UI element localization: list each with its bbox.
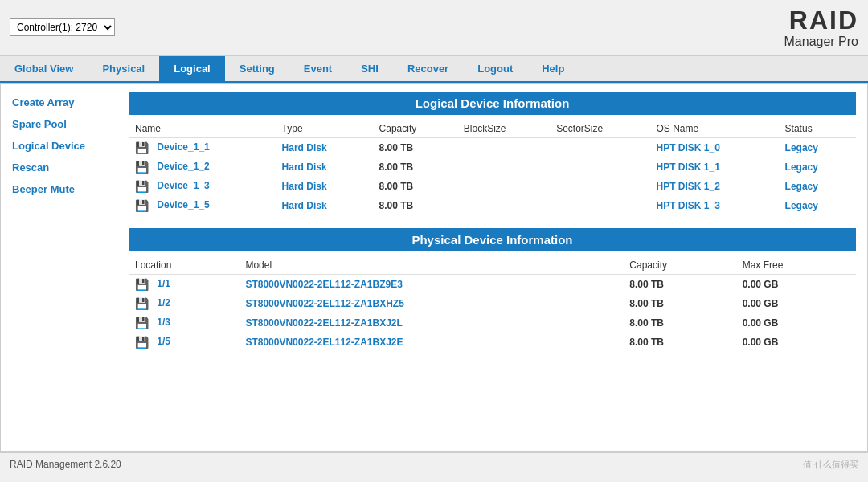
physical-table-header-row: Location Model Capacity Max Free <box>129 256 856 275</box>
disk-icon: 💾 <box>135 317 151 329</box>
logo-subtitle: Manager Pro <box>784 35 859 49</box>
col-status: Status <box>779 120 856 138</box>
cell-osname: HPT DISK 1_2 <box>649 177 778 196</box>
physical-section-header: Physical Device Information <box>129 228 856 251</box>
location-val: 1/1 <box>157 278 170 289</box>
col-sectorsize: SectorSize <box>550 120 649 138</box>
col-capacity: Capacity <box>373 120 457 138</box>
cell-model: ST8000VN0022-2EL112-ZA1BXJ2E <box>239 333 623 352</box>
cell-type: Hard Disk <box>276 196 373 215</box>
cell-blocksize <box>457 196 550 215</box>
col-capacity-phys: Capacity <box>623 256 735 275</box>
cell-capacity: 8.00 TB <box>623 274 735 294</box>
content-area: Logical Device Information Name Type Cap… <box>117 84 867 451</box>
cell-capacity: 8.00 TB <box>623 333 735 352</box>
sidebar-item-logical-device[interactable]: Logical Device <box>1 135 117 157</box>
device-name: Device_1_2 <box>157 161 209 172</box>
col-osname: OS Name <box>649 120 778 138</box>
disk-icon: 💾 <box>135 278 151 291</box>
cell-capacity: 8.00 TB <box>373 157 457 177</box>
cell-type: Hard Disk <box>276 157 373 177</box>
col-type: Type <box>276 120 373 138</box>
raid-logo: RAID Manager Pro <box>784 6 859 49</box>
col-blocksize: BlockSize <box>457 120 550 138</box>
cell-blocksize <box>457 137 550 157</box>
cell-capacity: 8.00 TB <box>373 137 457 157</box>
cell-status: Legacy <box>779 196 856 215</box>
cell-sectorsize <box>550 196 649 215</box>
cell-capacity: 8.00 TB <box>373 177 457 196</box>
sidebar-item-create-array[interactable]: Create Array <box>1 92 117 113</box>
nav-item-logout[interactable]: Logout <box>463 56 527 81</box>
cell-capacity: 8.00 TB <box>623 294 735 313</box>
table-row[interactable]: 💾 Device_1_3 Hard Disk 8.00 TB HPT DISK … <box>129 177 856 196</box>
cell-name: 💾 Device_1_2 <box>129 157 276 177</box>
device-name: Device_1_1 <box>157 141 209 153</box>
table-row[interactable]: 💾 1/2 ST8000VN0022-2EL112-ZA1BXHZ5 8.00 … <box>129 294 856 313</box>
sidebar-item-spare-pool[interactable]: Spare Pool <box>1 113 117 135</box>
cell-location: 💾 1/3 <box>129 313 239 333</box>
cell-maxfree: 0.00 GB <box>736 333 856 352</box>
cell-osname: HPT DISK 1_3 <box>649 196 778 215</box>
disk-icon: 💾 <box>135 141 151 154</box>
controller-select-wrap: Controller(1): 2720 <box>10 18 115 36</box>
cell-capacity: 8.00 TB <box>373 196 457 215</box>
nav-item-global-view[interactable]: Global View <box>0 56 88 81</box>
nav-item-physical[interactable]: Physical <box>88 56 159 81</box>
logical-section-header: Logical Device Information <box>129 92 856 115</box>
sidebar-item-beeper-mute[interactable]: Beeper Mute <box>1 178 117 200</box>
cell-model: ST8000VN0022-2EL112-ZA1BXJ2L <box>239 313 623 333</box>
cell-type: Hard Disk <box>276 137 373 157</box>
nav-item-event[interactable]: Event <box>289 56 346 81</box>
table-row[interactable]: 💾 Device_1_2 Hard Disk 8.00 TB HPT DISK … <box>129 157 856 177</box>
top-bar: Controller(1): 2720 RAID Manager Pro <box>0 0 868 55</box>
cell-status: Legacy <box>779 157 856 177</box>
table-row[interactable]: 💾 1/1 ST8000VN0022-2EL112-ZA1BZ9E3 8.00 … <box>129 274 856 294</box>
nav-item-recover[interactable]: Recover <box>393 56 463 81</box>
sidebar: Create ArraySpare PoolLogical DeviceResc… <box>1 84 117 451</box>
controller-select[interactable]: Controller(1): 2720 <box>10 18 115 36</box>
table-row[interactable]: 💾 Device_1_5 Hard Disk 8.00 TB HPT DISK … <box>129 196 856 215</box>
cell-maxfree: 0.00 GB <box>736 294 856 313</box>
physical-device-table: Location Model Capacity Max Free 💾 1/1 S… <box>129 256 856 352</box>
cell-maxfree: 0.00 GB <box>736 274 856 294</box>
location-val: 1/5 <box>157 336 170 347</box>
col-maxfree: Max Free <box>736 256 856 275</box>
cell-blocksize <box>457 157 550 177</box>
table-row[interactable]: 💾 Device_1_1 Hard Disk 8.00 TB HPT DISK … <box>129 137 856 157</box>
col-location: Location <box>129 256 239 275</box>
cell-name: 💾 Device_1_5 <box>129 196 276 215</box>
disk-icon: 💾 <box>135 199 151 212</box>
col-name: Name <box>129 120 276 138</box>
nav-bar: Global ViewPhysicalLogicalSettingEventSH… <box>0 55 868 83</box>
disk-icon: 💾 <box>135 180 151 193</box>
sidebar-item-rescan[interactable]: Rescan <box>1 157 117 178</box>
cell-status: Legacy <box>779 177 856 196</box>
nav-item-shi[interactable]: SHI <box>346 56 393 81</box>
cell-name: 💾 Device_1_1 <box>129 137 276 157</box>
cell-osname: HPT DISK 1_1 <box>649 157 778 177</box>
disk-icon: 💾 <box>135 336 151 349</box>
cell-sectorsize <box>550 137 649 157</box>
cell-location: 💾 1/1 <box>129 274 239 294</box>
nav-item-logical[interactable]: Logical <box>159 56 225 81</box>
footer: RAID Management 2.6.20 值·什么值得买 <box>0 452 868 476</box>
location-val: 1/3 <box>157 317 170 328</box>
cell-model: ST8000VN0022-2EL112-ZA1BXHZ5 <box>239 294 623 313</box>
table-row[interactable]: 💾 1/5 ST8000VN0022-2EL112-ZA1BXJ2E 8.00 … <box>129 333 856 352</box>
cell-capacity: 8.00 TB <box>623 313 735 333</box>
cell-sectorsize <box>550 157 649 177</box>
cell-osname: HPT DISK 1_0 <box>649 137 778 157</box>
cell-sectorsize <box>550 177 649 196</box>
disk-icon: 💾 <box>135 161 151 174</box>
nav-item-setting[interactable]: Setting <box>225 56 289 81</box>
device-name: Device_1_3 <box>157 180 209 191</box>
cell-location: 💾 1/5 <box>129 333 239 352</box>
col-model: Model <box>239 256 623 275</box>
main-layout: Create ArraySpare PoolLogical DeviceResc… <box>0 83 868 452</box>
device-name: Device_1_5 <box>157 199 209 210</box>
cell-type: Hard Disk <box>276 177 373 196</box>
table-row[interactable]: 💾 1/3 ST8000VN0022-2EL112-ZA1BXJ2L 8.00 … <box>129 313 856 333</box>
footer-version: RAID Management 2.6.20 <box>10 459 121 470</box>
nav-item-help[interactable]: Help <box>527 56 579 81</box>
